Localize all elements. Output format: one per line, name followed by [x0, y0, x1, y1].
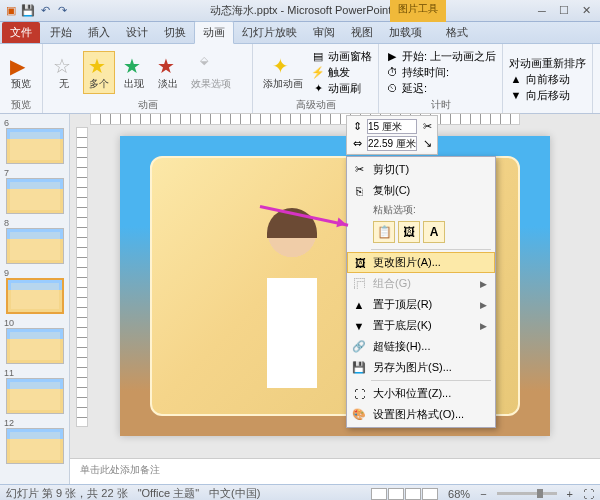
- preview-button[interactable]: ▶预览: [6, 52, 36, 93]
- view-slideshow[interactable]: [422, 488, 438, 500]
- painter-icon: ✦: [311, 81, 325, 95]
- ctx-copy[interactable]: ⎘复制(C): [347, 180, 495, 201]
- size-mini-toolbar: ⇕✂ ⇔↘: [346, 115, 438, 155]
- notes-pane[interactable]: 单击此处添加备注: [70, 458, 600, 484]
- tab-addins[interactable]: 加载项: [381, 22, 430, 43]
- cut-icon: ✂: [351, 162, 367, 178]
- tab-slideshow[interactable]: 幻灯片放映: [234, 22, 305, 43]
- clock-icon: ⏱: [385, 65, 399, 79]
- ctx-hyperlink[interactable]: 🔗超链接(H)...: [347, 336, 495, 357]
- save-icon[interactable]: 💾: [21, 4, 35, 18]
- tab-view[interactable]: 视图: [343, 22, 381, 43]
- timing-start[interactable]: ▶开始:上一动画之后: [385, 49, 496, 64]
- zoom-slider[interactable]: [497, 492, 557, 495]
- thumb-6[interactable]: [6, 128, 64, 164]
- tab-transitions[interactable]: 切换: [156, 22, 194, 43]
- change-picture-icon: 🖼: [352, 255, 368, 271]
- effect-options[interactable]: ⬙效果选项: [187, 52, 235, 93]
- ctx-save-as-image[interactable]: 💾另存为图片(S)...: [347, 357, 495, 378]
- tab-animations[interactable]: 动画: [194, 21, 234, 44]
- timing-duration[interactable]: ⏱持续时间:: [385, 65, 496, 80]
- sizepos-icon: ⛶: [351, 386, 367, 402]
- link-icon: 🔗: [351, 339, 367, 355]
- ruler-horizontal: [90, 113, 520, 125]
- anim-appear[interactable]: ★出现: [119, 52, 149, 93]
- launcher-icon[interactable]: ↘: [420, 137, 434, 151]
- tab-file[interactable]: 文件: [2, 22, 40, 43]
- move-down[interactable]: ▼向后移动: [509, 88, 586, 103]
- crop-icon[interactable]: ✂: [420, 120, 434, 134]
- photo-content: [247, 198, 337, 388]
- preview-icon: ▶: [10, 54, 32, 76]
- ctx-send-back[interactable]: ▼置于底层(K)▶: [347, 315, 495, 336]
- animation-pane[interactable]: ▤动画窗格: [311, 49, 372, 64]
- contextual-tab-header: 图片工具: [390, 0, 446, 22]
- width-input[interactable]: [367, 136, 417, 151]
- undo-icon[interactable]: ↶: [38, 4, 52, 18]
- ruler-vertical: [76, 127, 88, 427]
- maximize-button[interactable]: ☐: [554, 4, 574, 18]
- anim-fadein[interactable]: ★淡出: [153, 52, 183, 93]
- close-button[interactable]: ✕: [576, 4, 596, 18]
- paste-opt-3[interactable]: A: [423, 221, 445, 243]
- ctx-cut[interactable]: ✂剪切(T): [347, 159, 495, 180]
- fit-window[interactable]: ⛶: [583, 488, 594, 500]
- slide-thumbnails[interactable]: 6 7 8 9 10 11 12: [0, 114, 70, 484]
- thumb-9[interactable]: [6, 278, 64, 314]
- ctx-group: ⿸组合(G)▶: [347, 273, 495, 294]
- view-buttons: [371, 488, 438, 500]
- slide-area[interactable]: [70, 114, 600, 458]
- up-icon: ▲: [509, 72, 523, 86]
- thumb-10[interactable]: [6, 328, 64, 364]
- trigger-icon: ⚡: [311, 65, 325, 79]
- view-reading[interactable]: [405, 488, 421, 500]
- star-multi-icon: ★: [88, 54, 110, 76]
- animation-painter[interactable]: ✦动画刷: [311, 81, 372, 96]
- timing-delay[interactable]: ⏲延迟:: [385, 81, 496, 96]
- star-fade-icon: ★: [157, 54, 179, 76]
- ribbon: ▶预览 预览 ☆无 ★多个 ★出现 ★淡出 ⬙效果选项 动画 ✦添加动画 ▤动画…: [0, 44, 600, 114]
- paste-opt-1[interactable]: 📋: [373, 221, 395, 243]
- thumb-11[interactable]: [6, 378, 64, 414]
- view-sorter[interactable]: [388, 488, 404, 500]
- status-language[interactable]: 中文(中国): [209, 486, 260, 500]
- ctx-change-picture[interactable]: 🖼更改图片(A)...: [347, 252, 495, 273]
- down-icon: ▼: [509, 88, 523, 102]
- thumb-7[interactable]: [6, 178, 64, 214]
- tab-home[interactable]: 开始: [42, 22, 80, 43]
- thumb-8[interactable]: [6, 228, 64, 264]
- zoom-in[interactable]: +: [567, 488, 573, 500]
- trigger[interactable]: ⚡触发: [311, 65, 372, 80]
- view-normal[interactable]: [371, 488, 387, 500]
- height-input[interactable]: [367, 119, 417, 134]
- tab-insert[interactable]: 插入: [80, 22, 118, 43]
- star-appear-icon: ★: [123, 54, 145, 76]
- zoom-level[interactable]: 68%: [448, 488, 470, 500]
- saveimg-icon: 💾: [351, 360, 367, 376]
- add-animation[interactable]: ✦添加动画: [259, 52, 307, 93]
- paste-opt-2[interactable]: 🖼: [398, 221, 420, 243]
- chevron-right-icon: ▶: [480, 300, 487, 310]
- thumb-12[interactable]: [6, 428, 64, 464]
- back-icon: ▼: [351, 318, 367, 334]
- anim-none[interactable]: ☆无: [49, 52, 79, 93]
- zoom-out[interactable]: −: [480, 488, 486, 500]
- paste-options: 📋 🖼 A: [347, 219, 495, 247]
- tab-review[interactable]: 审阅: [305, 22, 343, 43]
- anim-multi[interactable]: ★多个: [83, 51, 115, 94]
- tab-design[interactable]: 设计: [118, 22, 156, 43]
- ctx-size-position[interactable]: ⛶大小和位置(Z)...: [347, 383, 495, 404]
- move-up[interactable]: ▲向前移动: [509, 72, 586, 87]
- context-menu: ✂剪切(T) ⎘复制(C) 粘贴选项: 📋 🖼 A 🖼更改图片(A)... ⿸组…: [346, 156, 496, 428]
- ctx-bring-front[interactable]: ▲置于顶层(R)▶: [347, 294, 495, 315]
- ctx-paste-label: 粘贴选项:: [347, 201, 495, 219]
- ctx-format-picture[interactable]: 🎨设置图片格式(O)...: [347, 404, 495, 425]
- ribbon-tabs: 文件 开始 插入 设计 切换 动画 幻灯片放映 审阅 视图 加载项 格式: [0, 22, 600, 44]
- redo-icon[interactable]: ↷: [55, 4, 69, 18]
- group-animation: ☆无 ★多个 ★出现 ★淡出 ⬙效果选项 动画: [43, 44, 253, 113]
- slide-canvas: 单击此处添加备注: [70, 114, 600, 484]
- window-title: 动态海水.pptx - Microsoft PowerPoint: [69, 3, 532, 18]
- tab-format[interactable]: 格式: [438, 22, 476, 43]
- minimize-button[interactable]: ─: [532, 4, 552, 18]
- pane-icon: ▤: [311, 49, 325, 63]
